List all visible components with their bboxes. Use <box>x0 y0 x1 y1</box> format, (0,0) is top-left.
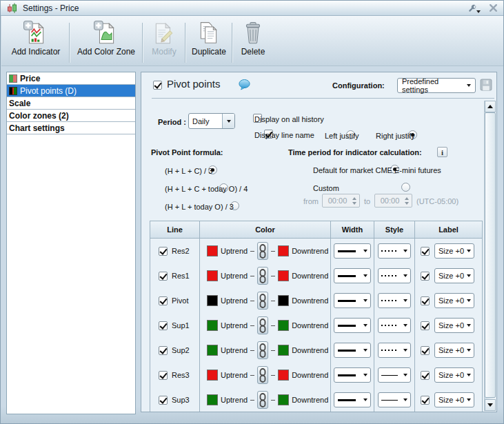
connector-line <box>271 251 275 252</box>
label-size-select[interactable]: Size +0 <box>434 367 474 383</box>
sidebar-item-pivot-points[interactable]: Pivot points (D) <box>7 85 135 97</box>
from-time-spinner: 00:00 <box>322 194 360 208</box>
add-indicator-button[interactable]: Add Indicator <box>3 21 69 57</box>
link-colors-button[interactable] <box>257 391 268 409</box>
line-name: Res2 <box>172 247 190 255</box>
label-size-value: Size +0 <box>435 396 464 404</box>
line-visible-checkbox[interactable] <box>159 321 168 330</box>
scroll-up-button[interactable] <box>485 101 496 112</box>
downtrend-label: Downtrend <box>292 396 328 404</box>
duplicate-button[interactable]: Duplicate <box>186 21 232 57</box>
sidebar-item-color-zones[interactable]: Color zones (2) <box>7 110 135 122</box>
tools-menu-button[interactable] <box>467 3 481 14</box>
line-style-select[interactable] <box>378 293 411 308</box>
downtrend-color-swatch[interactable] <box>278 270 289 281</box>
configuration-select[interactable]: Predefined settings <box>397 78 476 93</box>
line-visible-checkbox[interactable] <box>159 296 168 305</box>
line-style-select[interactable] <box>378 367 411 383</box>
label-checkbox[interactable] <box>421 296 430 305</box>
downtrend-color-swatch[interactable] <box>278 394 289 405</box>
link-colors-button[interactable] <box>257 341 268 359</box>
label-checkbox[interactable] <box>421 371 430 380</box>
label-checkbox[interactable] <box>421 272 430 281</box>
line-visible-checkbox[interactable] <box>159 396 168 405</box>
label-checkbox[interactable] <box>421 321 430 330</box>
downtrend-color-swatch[interactable] <box>278 320 289 331</box>
line-width-select[interactable] <box>334 318 371 333</box>
link-colors-button[interactable] <box>257 292 268 310</box>
line-style-select[interactable] <box>378 318 411 333</box>
chevron-down-icon <box>467 349 471 352</box>
window-title: Settings - Price <box>23 3 79 13</box>
period-select[interactable]: Daily <box>188 113 235 129</box>
line-style-select[interactable] <box>378 392 411 407</box>
delete-button[interactable]: Delete <box>233 21 273 57</box>
line-visible-checkbox[interactable] <box>159 247 168 256</box>
line-width-select[interactable] <box>334 367 371 383</box>
style-sample <box>381 350 398 351</box>
scrollbar-thumb[interactable] <box>485 112 496 398</box>
link-colors-button[interactable] <box>257 316 268 334</box>
line-width-select[interactable] <box>334 268 371 283</box>
add-color-zone-button[interactable]: Add Color Zone <box>70 21 142 57</box>
time-custom-radio[interactable] <box>401 183 410 192</box>
price-icon <box>9 74 17 83</box>
uptrend-label: Uptrend <box>221 296 248 305</box>
downtrend-color-swatch[interactable] <box>278 370 289 381</box>
width-sample <box>338 374 356 376</box>
link-colors-button[interactable] <box>257 267 268 285</box>
label-checkbox[interactable] <box>421 346 430 355</box>
label-size-select[interactable]: Size +0 <box>434 268 474 283</box>
label-size-select[interactable]: Size +0 <box>434 318 474 333</box>
uptrend-color-swatch[interactable] <box>207 394 218 405</box>
sidebar-item-chart-settings[interactable]: Chart settings <box>7 122 135 134</box>
uptrend-color-swatch[interactable] <box>207 270 218 281</box>
chevron-down-icon <box>403 299 407 302</box>
formula-option-label: (H + L + today O) / 3 <box>165 203 234 211</box>
table-header-row: Line Color Width Style Label <box>150 221 482 239</box>
downtrend-color-swatch[interactable] <box>278 295 289 306</box>
uptrend-color-swatch[interactable] <box>207 295 218 306</box>
uptrend-color-swatch[interactable] <box>207 245 218 256</box>
line-style-select[interactable] <box>378 343 411 358</box>
pivot-points-enable-checkbox[interactable] <box>153 81 162 90</box>
sidebar-item-price[interactable]: Price <box>7 72 135 85</box>
label-size-select[interactable]: Size +0 <box>434 392 474 407</box>
label-checkbox[interactable] <box>421 247 430 256</box>
link-colors-button[interactable] <box>257 366 268 384</box>
style-sample <box>381 275 398 276</box>
width-sample <box>338 250 356 252</box>
line-width-select[interactable] <box>334 392 371 407</box>
to-time-value: 00:00 <box>375 196 405 205</box>
line-style-select[interactable] <box>378 268 411 283</box>
uptrend-color-swatch[interactable] <box>207 345 218 356</box>
info-icon[interactable]: i <box>437 147 447 157</box>
line-visible-checkbox[interactable] <box>159 346 168 355</box>
line-visible-checkbox[interactable] <box>159 272 168 281</box>
line-width-select[interactable] <box>334 343 371 358</box>
sidebar-item-scale[interactable]: Scale <box>7 97 135 110</box>
downtrend-color-swatch[interactable] <box>278 245 289 256</box>
label-size-select[interactable]: Size +0 <box>434 343 474 358</box>
comment-balloon-icon[interactable] <box>239 79 251 90</box>
label-checkbox[interactable] <box>421 396 430 405</box>
close-button[interactable] <box>489 3 498 12</box>
table-row: PivotUptrendDowntrendSize +0 <box>150 288 482 313</box>
scroll-down-button[interactable] <box>485 399 496 411</box>
from-time-value: 00:00 <box>323 196 352 205</box>
connector-line <box>250 350 254 351</box>
label-size-select[interactable]: Size +0 <box>434 243 474 259</box>
uptrend-color-swatch[interactable] <box>207 370 218 381</box>
sidebar-item-label: Chart settings <box>9 123 65 133</box>
line-width-select[interactable] <box>334 243 371 259</box>
link-colors-button[interactable] <box>257 242 268 260</box>
vertical-scrollbar[interactable] <box>484 101 495 411</box>
line-style-select[interactable] <box>378 243 411 259</box>
menu-caret-icon <box>476 10 481 13</box>
timezone-label: (UTC-05:00) <box>416 197 458 205</box>
label-size-select[interactable]: Size +0 <box>434 293 474 308</box>
uptrend-color-swatch[interactable] <box>207 320 218 331</box>
downtrend-color-swatch[interactable] <box>278 345 289 356</box>
line-visible-checkbox[interactable] <box>159 371 168 380</box>
line-width-select[interactable] <box>334 293 371 308</box>
